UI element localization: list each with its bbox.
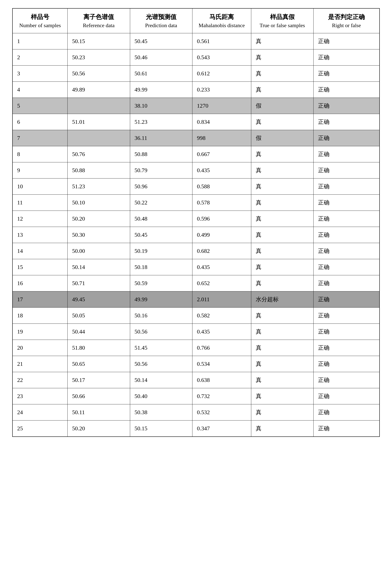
cell-reference: 50.10 [68, 195, 130, 211]
cell-result: 正确 [314, 82, 379, 98]
cell-sample-id: 5 [13, 98, 68, 114]
cell-result: 正确 [314, 33, 379, 49]
cell-prediction: 50.56 [130, 324, 192, 340]
cell-distance: 0.588 [192, 179, 251, 195]
cell-truth: 真 [251, 195, 313, 211]
table-row: 1450.0050.190.682真正确 [13, 243, 379, 259]
cell-distance: 0.543 [192, 49, 251, 66]
table-row: 350.5650.610.612真正确 [13, 66, 379, 82]
cell-sample-id: 23 [13, 388, 68, 404]
cell-result: 正确 [314, 372, 379, 388]
cell-distance: 0.582 [192, 307, 251, 324]
header-cn-prediction: 光谱预测值 [135, 12, 188, 21]
cell-result: 正确 [314, 259, 379, 275]
cell-prediction: 50.79 [130, 162, 192, 179]
cell-reference [68, 98, 130, 114]
table-row: 1350.3050.450.499真正确 [13, 227, 379, 243]
cell-distance: 0.578 [192, 195, 251, 211]
cell-result: 正确 [314, 49, 379, 66]
table-header-row: 样品号 Number of samples 离子色谱值 Reference da… [13, 8, 379, 33]
header-en-truth: True or false samples [256, 21, 309, 29]
cell-result: 正确 [314, 275, 379, 292]
cell-sample-id: 21 [13, 356, 68, 372]
header-en-prediction: Prediction data [135, 21, 188, 29]
cell-prediction: 50.14 [130, 372, 192, 388]
cell-result: 正确 [314, 211, 379, 227]
cell-truth: 真 [251, 49, 313, 66]
cell-distance: 998 [192, 130, 251, 146]
cell-reference: 50.76 [68, 146, 130, 162]
cell-truth: 真 [251, 388, 313, 404]
cell-distance: 0.435 [192, 259, 251, 275]
cell-distance: 0.596 [192, 211, 251, 227]
cell-sample-id: 3 [13, 66, 68, 82]
cell-truth: 水分超标 [251, 292, 313, 307]
cell-sample-id: 17 [13, 292, 68, 307]
cell-result: 正确 [314, 292, 379, 307]
cell-reference: 50.65 [68, 356, 130, 372]
cell-truth: 真 [251, 227, 313, 243]
cell-result: 正确 [314, 420, 379, 437]
table-row: 250.2350.460.543真正确 [13, 49, 379, 66]
header-cn-truth: 样品真假 [256, 12, 309, 21]
cell-sample-id: 16 [13, 275, 68, 292]
cell-distance: 0.435 [192, 162, 251, 179]
table-row: 1650.7150.590.652真正确 [13, 275, 379, 292]
table-row: 2150.6550.560.534真正确 [13, 356, 379, 372]
cell-truth: 真 [251, 66, 313, 82]
cell-sample-id: 18 [13, 307, 68, 324]
cell-prediction: 50.88 [130, 146, 192, 162]
cell-prediction: 36.11 [130, 130, 192, 146]
cell-sample-id: 12 [13, 211, 68, 227]
cell-reference: 49.89 [68, 82, 130, 98]
cell-truth: 真 [251, 372, 313, 388]
table-row: 1850.0550.160.582真正确 [13, 307, 379, 324]
cell-truth: 真 [251, 259, 313, 275]
cell-distance: 0.233 [192, 82, 251, 98]
cell-sample-id: 24 [13, 404, 68, 420]
cell-truth: 真 [251, 211, 313, 227]
cell-result: 正确 [314, 179, 379, 195]
cell-reference: 49.45 [68, 292, 130, 307]
cell-result: 正确 [314, 307, 379, 324]
cell-distance: 0.612 [192, 66, 251, 82]
table-row: 2350.6650.400.732真正确 [13, 388, 379, 404]
cell-result: 正确 [314, 356, 379, 372]
page: 样品号 Number of samples 离子色谱值 Reference da… [0, 0, 392, 570]
header-en-reference: Reference data [72, 21, 125, 29]
cell-truth: 真 [251, 275, 313, 292]
cell-distance: 0.347 [192, 420, 251, 437]
cell-prediction: 50.18 [130, 259, 192, 275]
cell-truth: 真 [251, 33, 313, 49]
cell-truth: 真 [251, 307, 313, 324]
cell-sample-id: 2 [13, 49, 68, 66]
cell-truth: 真 [251, 114, 313, 130]
cell-reference: 50.11 [68, 404, 130, 420]
col-header-result: 是否判定正确 Right or false [314, 8, 379, 33]
cell-prediction: 50.96 [130, 179, 192, 195]
cell-reference: 50.23 [68, 49, 130, 66]
cell-distance: 0.732 [192, 388, 251, 404]
cell-truth: 真 [251, 179, 313, 195]
cell-truth: 真 [251, 162, 313, 179]
cell-reference: 50.66 [68, 388, 130, 404]
table-row: 538.101270假正确 [13, 98, 379, 114]
cell-reference: 51.01 [68, 114, 130, 130]
cell-prediction: 49.99 [130, 82, 192, 98]
cell-reference: 50.20 [68, 211, 130, 227]
cell-prediction: 51.45 [130, 340, 192, 356]
cell-reference: 50.56 [68, 66, 130, 82]
cell-prediction: 50.38 [130, 404, 192, 420]
cell-reference: 50.17 [68, 372, 130, 388]
cell-distance: 0.534 [192, 356, 251, 372]
cell-reference: 51.80 [68, 340, 130, 356]
cell-truth: 真 [251, 146, 313, 162]
cell-prediction: 50.45 [130, 227, 192, 243]
cell-reference: 50.71 [68, 275, 130, 292]
header-en-sample: Number of samples [17, 21, 63, 29]
cell-reference: 50.15 [68, 33, 130, 49]
cell-prediction: 50.48 [130, 211, 192, 227]
cell-result: 正确 [314, 146, 379, 162]
cell-prediction: 50.56 [130, 356, 192, 372]
table-row: 1150.1050.220.578真正确 [13, 195, 379, 211]
